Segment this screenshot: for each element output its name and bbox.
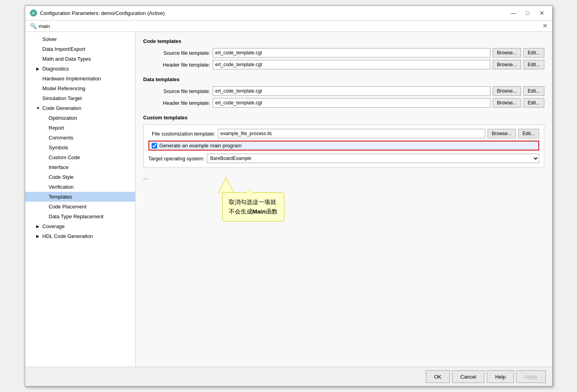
file-cust-label: File customization template: [148, 131, 215, 137]
data-source-input[interactable] [213, 86, 490, 96]
generate-main-label: Generate an example main program [160, 143, 242, 149]
search-clear-button[interactable]: ✕ [542, 23, 547, 29]
sidebar-label-dtr: Data Type Replacement [49, 214, 104, 219]
ok-button[interactable]: OK [426, 370, 450, 383]
main-content: Solver Data Import/Export Math and Data … [25, 32, 552, 367]
file-cust-input[interactable] [218, 129, 485, 138]
code-header-edit-button[interactable]: Edit... [523, 60, 544, 69]
code-source-label: Source file template: [143, 50, 210, 56]
sidebar-item-symbols[interactable]: Symbols [25, 143, 135, 152]
search-bar: 🔍 ✕ [25, 20, 552, 32]
sidebar-label-diag: Diagnostics [43, 66, 69, 72]
target-os-select[interactable]: BareBoardExample [207, 154, 539, 163]
data-source-browse-button[interactable]: Browse... [493, 86, 521, 96]
ellipsis-text: ... [143, 175, 544, 180]
sidebar-label-opt: Optimization [49, 115, 77, 121]
data-header-label: Header file template: [143, 100, 210, 106]
sidebar-arrow-cov: ▶ [36, 224, 41, 229]
sidebar-item-hardware[interactable]: Hardware Implementation [25, 74, 135, 84]
tooltip-line3: 函数 [266, 208, 278, 215]
file-cust-row: File customization template: Browse... E… [148, 129, 539, 138]
sidebar-label-report: Report [49, 125, 64, 131]
help-button[interactable]: Help [487, 370, 514, 383]
code-source-input[interactable] [213, 48, 490, 58]
sidebar-item-sim-target[interactable]: Simulation Target [25, 93, 135, 103]
sidebar-item-optimization[interactable]: Optimization [25, 113, 135, 123]
sidebar-item-verification[interactable]: Verification [25, 182, 135, 192]
apply-button[interactable]: Apply [516, 370, 546, 383]
data-header-browse-button[interactable]: Browse... [493, 98, 521, 108]
sidebar-item-coverage[interactable]: ▶ Coverage [25, 221, 135, 231]
sidebar-item-data-import[interactable]: Data Import/Export [25, 44, 135, 54]
data-header-row: Header file template: Browse... Edit... [143, 98, 544, 108]
custom-templates-group: Custom templates File customization temp… [143, 115, 544, 167]
sidebar-item-interface[interactable]: Interface [25, 162, 135, 172]
code-header-label: Header file template: [143, 62, 210, 68]
svg-marker-0 [218, 177, 234, 193]
sidebar-label-math: Math and Data Types [43, 56, 91, 62]
sidebar-item-model-ref[interactable]: Model Referencing [25, 84, 135, 93]
sidebar-arrow-codegen: ▼ [36, 106, 41, 110]
sidebar-label-hw: Hardware Implementation [43, 76, 101, 82]
sidebar-item-code-gen[interactable]: ▼ Code Generation [25, 103, 135, 113]
sidebar-label-tpl: Templates [49, 194, 72, 200]
window-controls: — □ ✕ [508, 9, 547, 17]
target-os-row: Target operating system: BareBoardExampl… [148, 154, 539, 163]
data-source-edit-button[interactable]: Edit... [523, 86, 544, 96]
generate-main-checkbox[interactable] [152, 143, 157, 149]
tooltip-line1: 取消勾选这一项就 [229, 199, 276, 205]
tooltip-area: 取消勾选这一项就 不会生成Main函数 [143, 188, 544, 221]
maximize-button[interactable]: □ [522, 9, 533, 17]
sidebar-item-diagnostics[interactable]: ▶ Diagnostics [25, 64, 135, 74]
data-templates-title: Data templates [143, 76, 544, 82]
generate-main-row: Generate an example main program [148, 141, 539, 150]
sidebar-label-codestyle: Code Style [49, 174, 74, 180]
tooltip-bold: Main [252, 208, 266, 215]
sidebar-item-custom-code[interactable]: Custom Code [25, 152, 135, 162]
search-icon: 🔍 [30, 23, 37, 29]
file-cust-edit-button[interactable]: Edit... [518, 129, 539, 138]
code-header-input[interactable] [213, 60, 490, 69]
sidebar-item-hdl[interactable]: ▶ HDL Code Generation [25, 231, 135, 241]
sidebar-item-code-placement[interactable]: Code Placement [25, 202, 135, 212]
sidebar-item-code-style[interactable]: Code Style [25, 172, 135, 182]
code-source-row: Source file template: Browse... Edit... [143, 48, 544, 58]
sidebar: Solver Data Import/Export Math and Data … [25, 32, 135, 367]
sidebar-label-comments: Comments [49, 135, 74, 141]
code-templates-group: Code templates Source file template: Bro… [143, 38, 544, 69]
sidebar-label-solver: Solver [43, 36, 57, 42]
minimize-button[interactable]: — [508, 9, 519, 17]
data-templates-group: Data templates Source file template: Bro… [143, 76, 544, 108]
data-header-input[interactable] [213, 98, 490, 108]
code-source-edit-button[interactable]: Edit... [523, 48, 544, 58]
sidebar-label-data-import: Data Import/Export [43, 46, 85, 52]
target-os-label: Target operating system: [148, 156, 204, 162]
sidebar-item-math-data[interactable]: Math and Data Types [25, 54, 135, 64]
sidebar-item-comments[interactable]: Comments [25, 133, 135, 143]
sidebar-item-data-type-repl[interactable]: Data Type Replacement [25, 212, 135, 221]
file-cust-browse-button[interactable]: Browse... [488, 129, 516, 138]
code-header-row: Header file template: Browse... Edit... [143, 60, 544, 69]
sidebar-label-cp: Code Placement [49, 204, 87, 210]
sidebar-label-verif: Verification [49, 184, 74, 190]
code-header-browse-button[interactable]: Browse... [493, 60, 521, 69]
cancel-button[interactable]: Cancel [452, 370, 484, 383]
close-button[interactable]: ✕ [536, 9, 547, 17]
sidebar-item-report[interactable]: Report [25, 123, 135, 133]
custom-templates-area: File customization template: Browse... E… [143, 124, 544, 167]
code-source-browse-button[interactable]: Browse... [493, 48, 521, 58]
custom-templates-title: Custom templates [143, 115, 544, 121]
main-window: ⚙ Configuration Parameters: demo/Configu… [25, 6, 553, 386]
sidebar-label-sim: Simulation Target [43, 95, 82, 101]
sidebar-item-solver[interactable]: Solver [25, 34, 135, 44]
content-area: Code templates Source file template: Bro… [135, 32, 552, 367]
data-source-label: Source file template: [143, 88, 210, 94]
data-header-edit-button[interactable]: Edit... [523, 98, 544, 108]
sidebar-label-iface: Interface [49, 164, 69, 170]
data-source-row: Source file template: Browse... Edit... [143, 86, 544, 96]
sidebar-label-model-ref: Model Referencing [43, 85, 85, 91]
sidebar-item-templates[interactable]: Templates [25, 192, 135, 202]
tooltip-box: 取消勾选这一项就 不会生成Main函数 [222, 192, 284, 221]
window-title: Configuration Parameters: demo/Configura… [40, 10, 165, 16]
search-input[interactable] [39, 23, 540, 29]
